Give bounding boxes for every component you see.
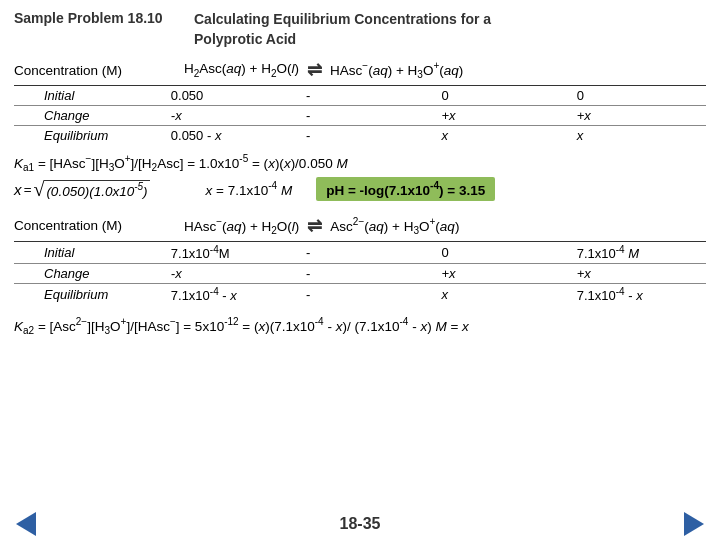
change2-col2: - [300,264,435,284]
table-row-equil: Equilibrium 0.050 - x - x x [14,126,706,146]
change2-col1: -x [165,264,300,284]
equil2-col2: - [300,284,435,306]
page-number: 18-35 [340,515,381,533]
ka1-line: Ka1 = [HAsc−][H3O+]/[H2Asc] = 1.0x10-5 =… [0,147,720,175]
table2-row-change: Change -x - +x +x [14,264,706,284]
concentration-label: Concentration (M) [14,63,184,78]
page-header: Sample Problem 18.10 Calculating Equilib… [0,0,720,55]
row-label-initial: Initial [14,86,165,106]
section1-conc-header: Concentration (M) H2Asc(aq) + H2O(l) ⇌ H… [0,55,720,83]
sample-problem-label: Sample Problem 18.10 [14,10,174,26]
next-arrow[interactable] [682,512,706,536]
ka2-line: Ka2 = [Asc2−][H3O+]/[HAsc−] = 5x10-12 = … [0,308,720,340]
equation2: HAsc−(aq) + H2O(l) ⇌ Asc2−(aq) + H3O+(aq… [184,215,459,237]
equil-col4: x [571,126,706,146]
prev-arrow[interactable] [14,512,38,536]
sqrt-formula: x = √ (0.050)(1.0x10-5) [14,178,150,201]
equil-col1: 0.050 - x [165,126,300,146]
initial-col4: 0 [571,86,706,106]
change-col3: +x [435,106,570,126]
initial-col1: 0.050 [165,86,300,106]
initial2-col4: 7.1x10-4 M [571,241,706,263]
row2-label-change: Change [14,264,165,284]
row-label-change: Change [14,106,165,126]
ph-result-box: pH = -log(7.1x10-4) = 3.15 [316,177,495,201]
table-row-change: Change -x - +x +x [14,106,706,126]
page-title: Calculating Equilibrium Concentrations f… [194,10,491,49]
equation1: H2Asc(aq) + H2O(l) ⇌ HAsc−(aq) + H3O+(aq… [184,59,463,81]
equil-col3: x [435,126,570,146]
equil2-col3: x [435,284,570,306]
change-col2: - [300,106,435,126]
section2-conc-header: Concentration (M) HAsc−(aq) + H2O(l) ⇌ A… [0,211,720,239]
row2-label-equil: Equilibrium [14,284,165,306]
table2-row-equil: Equilibrium 7.1x10-4 - x - x 7.1x10-4 - … [14,284,706,306]
table-row-initial: Initial 0.050 - 0 0 [14,86,706,106]
initial2-col3: 0 [435,241,570,263]
section1-ice-table: Initial 0.050 - 0 0 Change -x - +x +x Eq… [14,85,706,145]
footer: 18-35 [0,508,720,540]
equil-col2: - [300,126,435,146]
section2-ice-table: Initial 7.1x10-4M - 0 7.1x10-4 M Change … [14,241,706,306]
row-label-equil: Equilibrium [14,126,165,146]
equil2-col1: 7.1x10-4 - x [165,284,300,306]
x-result: x = 7.1x10-4 M [206,180,293,198]
equil2-col4: 7.1x10-4 - x [571,284,706,306]
change-col1: -x [165,106,300,126]
concentration-label-2: Concentration (M) [14,218,184,233]
change-col4: +x [571,106,706,126]
initial2-col1: 7.1x10-4M [165,241,300,263]
initial-col3: 0 [435,86,570,106]
row2-label-initial: Initial [14,241,165,263]
change2-col4: +x [571,264,706,284]
initial2-col2: - [300,241,435,263]
change2-col3: +x [435,264,570,284]
solution-line: x = √ (0.050)(1.0x10-5) x = 7.1x10-4 M p… [0,175,720,203]
table2-row-initial: Initial 7.1x10-4M - 0 7.1x10-4 M [14,241,706,263]
initial-col2: - [300,86,435,106]
